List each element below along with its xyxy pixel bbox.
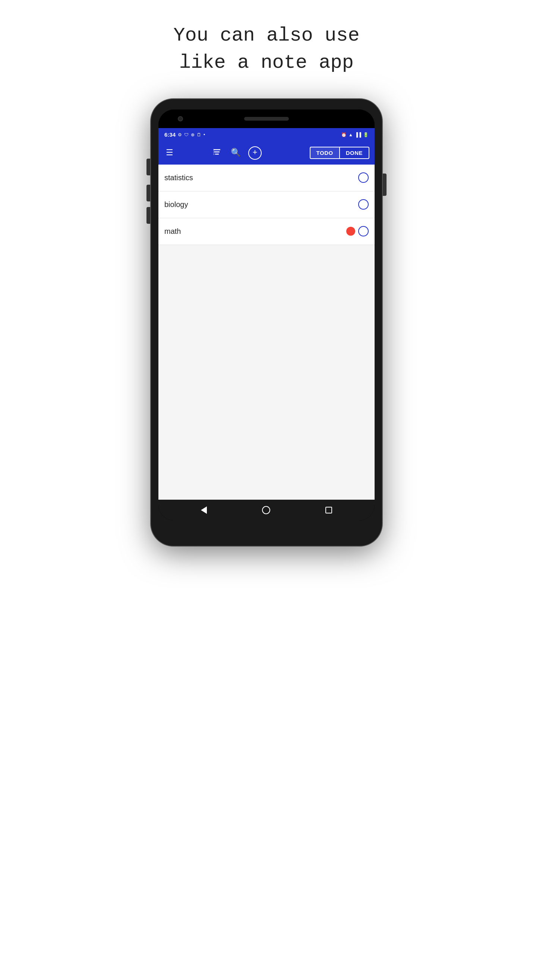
notch-bar bbox=[158, 110, 375, 128]
back-button[interactable] bbox=[201, 506, 207, 514]
notes-icon: 🗒 bbox=[197, 132, 201, 137]
sort-icon[interactable]: 1 2 3 bbox=[211, 146, 223, 160]
todo-icons-biology bbox=[358, 199, 369, 210]
dot-icon: • bbox=[204, 132, 205, 137]
alarm-icon: ⏰ bbox=[341, 132, 346, 137]
battery-icon: 🔋 bbox=[363, 132, 369, 137]
todo-label-biology: biology bbox=[164, 200, 358, 209]
search-icon[interactable]: 🔍 bbox=[228, 146, 243, 160]
home-button[interactable] bbox=[262, 506, 270, 514]
phone-frame: 6:34 ⚙ 🛡 ⊕ 🗒 • ⏰ ▲ ▐▐ 🔋 ☰ bbox=[151, 99, 382, 546]
complete-circle-math[interactable] bbox=[358, 226, 369, 236]
todo-item-statistics[interactable]: statistics bbox=[158, 165, 375, 191]
todo-icons-math bbox=[346, 226, 369, 236]
wifi-icon: ▲ bbox=[348, 132, 353, 137]
gear-icon: ⚙ bbox=[178, 132, 182, 137]
svg-text:3: 3 bbox=[213, 153, 215, 155]
app-toolbar: ☰ 1 2 3 🔍 + TODO DONE bbox=[158, 142, 375, 165]
todo-label-statistics: statistics bbox=[164, 173, 358, 182]
signal-icon: ▐▐ bbox=[355, 132, 361, 137]
todo-item-math[interactable]: math bbox=[158, 218, 375, 245]
complete-circle-statistics[interactable] bbox=[358, 172, 369, 183]
circle-status-icon: ⊕ bbox=[191, 132, 195, 137]
todo-done-toggle: TODO DONE bbox=[310, 147, 369, 159]
caption-line1: You can also use bbox=[173, 22, 359, 49]
complete-circle-biology[interactable] bbox=[358, 199, 369, 210]
top-caption: You can also use like a note app bbox=[173, 22, 359, 77]
todo-icons-statistics bbox=[358, 172, 369, 183]
shield-icon: 🛡 bbox=[184, 132, 188, 137]
menu-icon[interactable]: ☰ bbox=[164, 146, 176, 160]
app-content: statistics biology math bbox=[158, 165, 375, 500]
done-button[interactable]: DONE bbox=[340, 148, 369, 158]
status-right: ⏰ ▲ ▐▐ 🔋 bbox=[341, 132, 369, 137]
todo-item-biology[interactable]: biology bbox=[158, 191, 375, 218]
caption-line2: like a note app bbox=[173, 49, 359, 77]
recents-button[interactable] bbox=[326, 507, 332, 514]
phone-screen: 6:34 ⚙ 🛡 ⊕ 🗒 • ⏰ ▲ ▐▐ 🔋 ☰ bbox=[158, 110, 375, 520]
add-icon[interactable]: + bbox=[248, 146, 262, 160]
status-bar: 6:34 ⚙ 🛡 ⊕ 🗒 • ⏰ ▲ ▐▐ 🔋 bbox=[158, 128, 375, 142]
todo-label-math: math bbox=[164, 227, 346, 236]
todo-button[interactable]: TODO bbox=[311, 148, 340, 158]
red-dot-math bbox=[346, 227, 355, 236]
speaker bbox=[244, 117, 289, 121]
bottom-nav bbox=[158, 500, 375, 520]
status-time: 6:34 bbox=[164, 131, 176, 138]
front-camera bbox=[178, 116, 183, 121]
status-left: 6:34 ⚙ 🛡 ⊕ 🗒 • bbox=[164, 131, 205, 138]
